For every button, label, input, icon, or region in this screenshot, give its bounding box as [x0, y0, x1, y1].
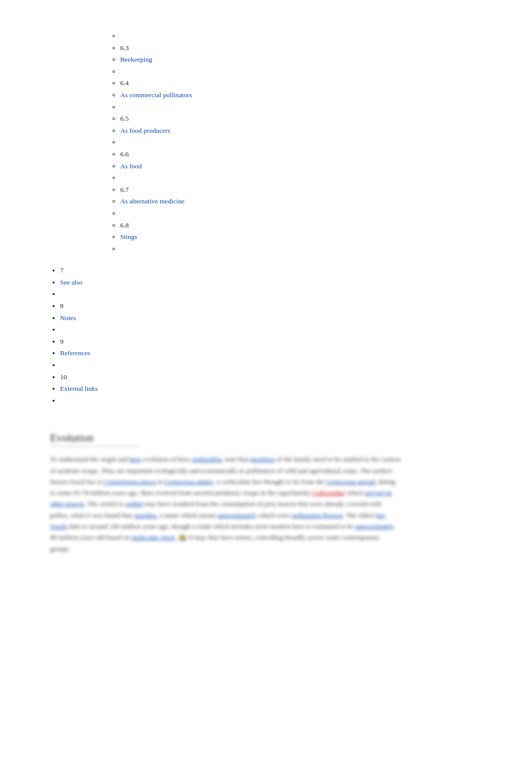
section-heading: Evolution — [50, 431, 140, 446]
toc-empty-item — [120, 136, 482, 148]
toc-number: 6.4 — [120, 79, 129, 87]
toc-item-notes: Notes — [60, 312, 482, 324]
toc-item-stings: Stings — [120, 231, 482, 243]
toc-number: 6.7 — [120, 186, 129, 193]
inline-link[interactable]: approximately — [355, 523, 394, 530]
toc-empty-item — [120, 101, 482, 113]
inline-link-red[interactable]: Crabronidae — [312, 489, 345, 496]
inline-link[interactable]: Cretaceous period — [326, 478, 375, 485]
inline-link[interactable]: 🐝 — [178, 534, 187, 541]
toc-empty-item — [60, 324, 482, 336]
toc-item-beekeeping: Beekeeping — [120, 54, 482, 66]
toc-empty-item — [120, 66, 482, 78]
inline-link[interactable]: Anthophila — [191, 455, 221, 463]
toc-link-food-producers[interactable]: As food producers — [120, 127, 170, 134]
toc-item-10-number: 10 — [60, 371, 482, 383]
toc-link-beekeeping[interactable]: Beekeeping — [120, 56, 152, 63]
inline-link[interactable]: members — [250, 455, 275, 463]
toc-number: 7 — [60, 267, 64, 274]
toc-number: 8 — [60, 302, 64, 310]
inline-link[interactable]: Cretaceous amber — [164, 478, 213, 485]
toc-sub-section: 6.3 Beekeeping 6.4 As commercial pollina… — [50, 30, 482, 254]
toc-number: 10 — [60, 373, 67, 381]
toc-number: 6.6 — [120, 150, 129, 158]
toc-sub-list: 6.3 Beekeeping 6.4 As commercial pollina… — [80, 30, 482, 254]
toc-empty-item — [60, 288, 482, 300]
toc-number: 9 — [60, 338, 64, 345]
inline-link[interactable]: pollinating flowers — [292, 511, 343, 519]
toc-link-commercial-pollinators[interactable]: As commercial pollinators — [120, 91, 192, 99]
toc-item-commercial-pollinators: As commercial pollinators — [120, 89, 482, 101]
toc-item-as-food: As food — [120, 160, 482, 172]
toc-number: 6.3 — [120, 44, 129, 52]
toc-main-list: 7 See also 8 Notes 9 References 10 Exter… — [50, 265, 482, 406]
toc-item-external-links: External links — [60, 383, 482, 395]
inline-link[interactable]: Cretotrigona prisca — [104, 478, 156, 485]
toc-empty-item — [60, 359, 482, 371]
inline-link[interactable]: molecular clock — [132, 534, 175, 541]
toc-link-stings[interactable]: Stings — [120, 233, 137, 240]
toc-item-alternative-medicine: As alternative medicine — [120, 195, 482, 207]
toc-item-6-6-number: 6.6 — [120, 148, 482, 160]
toc-link-notes[interactable]: Notes — [60, 314, 76, 322]
toc-item-6-5-number: 6.5 — [120, 113, 482, 125]
toc-number: 6.8 — [120, 221, 129, 229]
toc-item-9-number: 9 — [60, 336, 482, 348]
toc-link-external-links[interactable]: External links — [60, 385, 98, 392]
toc-item-references: References — [60, 347, 482, 359]
article-content: Evolution To understand the origin and b… — [50, 416, 401, 554]
toc-item-see-also: See also — [60, 277, 482, 289]
toc-empty-item — [120, 207, 482, 219]
inline-link[interactable]: approximately — [218, 511, 257, 519]
toc-item-6-7-number: 6.7 — [120, 184, 482, 196]
toc-empty-item — [120, 243, 482, 255]
toc-empty-item — [120, 172, 482, 184]
inline-link[interactable]: Apoidea — [133, 511, 156, 519]
toc-main-section: 7 See also 8 Notes 9 References 10 Exter… — [50, 265, 482, 406]
toc-link-see-also[interactable]: See also — [60, 279, 83, 286]
toc-empty-item — [120, 30, 482, 42]
toc-item-7-number: 7 — [60, 265, 482, 277]
toc-item-food-producers: As food producers — [120, 125, 482, 137]
toc-item-6-3-number: 6.3 — [120, 42, 482, 54]
toc-link-references[interactable]: References — [60, 349, 90, 357]
toc-item-8-number: 8 — [60, 300, 482, 312]
toc-link-alternative-medicine[interactable]: As alternative medicine — [120, 197, 184, 205]
toc-item-6-8-number: 6.8 — [120, 219, 482, 231]
toc-number: 6.5 — [120, 115, 129, 122]
inline-link[interactable]: bees — [129, 455, 141, 463]
toc-item-6-4-number: 6.4 — [120, 77, 482, 89]
inline-link[interactable]: pollen — [126, 500, 143, 507]
toc-link-as-food[interactable]: As food — [120, 162, 142, 170]
paragraph-1: To understand the origin and bees evolut… — [50, 454, 401, 554]
toc-empty-item — [60, 395, 482, 407]
